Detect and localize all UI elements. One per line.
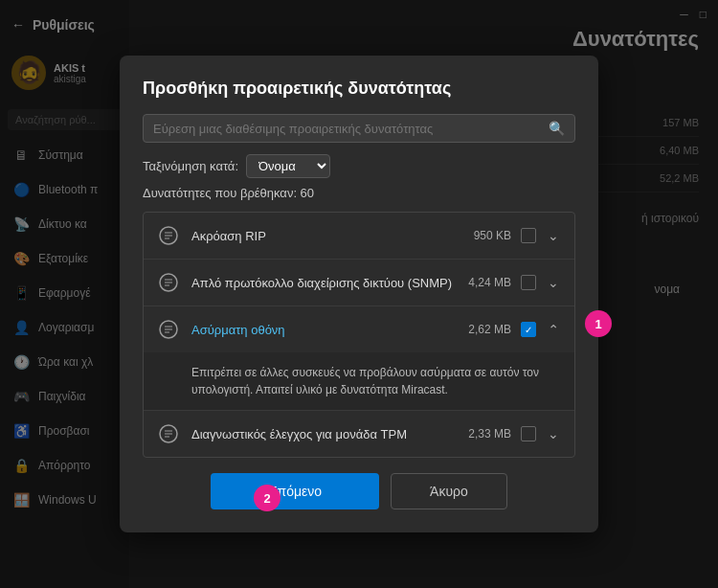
modal-search-input[interactable]	[153, 122, 549, 136]
expand-button-wireless[interactable]: ⌄	[544, 320, 563, 339]
feature-item-rip: Ακρόαση RIP 950 KB ⌄	[144, 213, 574, 260]
expand-button-snmp[interactable]: ⌄	[544, 273, 563, 292]
feature-name-wireless: Ασύρματη οθόνη	[191, 323, 468, 337]
search-icon: 🔍	[549, 121, 565, 136]
feature-checkbox-wireless[interactable]	[521, 322, 536, 337]
features-list: Ακρόαση RIP 950 KB ⌄ Απλό πρωτόκολλο δια…	[143, 212, 575, 458]
feature-item-wireless: Ασύρματη οθόνη 2,62 MB ⌄ Επιτρέπει σε άλ…	[144, 306, 574, 411]
feature-icon-snmp	[155, 269, 182, 296]
modal-title: Προσθήκη προαιρετικής δυνατότητας	[143, 79, 575, 99]
feature-name-snmp: Απλό πρωτόκολλο διαχείρισης δικτύου (SNM…	[191, 276, 468, 290]
sort-label: Ταξινόμηση κατά:	[143, 159, 238, 173]
badge-2: 2	[254, 485, 280, 511]
feature-row-wireless: Ασύρματη οθόνη 2,62 MB ⌄	[144, 306, 574, 352]
feature-row-tpm: Διαγνωστικός έλεγχος για μονάδα TPM 2,33…	[144, 411, 574, 457]
modal-overlay: Προσθήκη προαιρετικής δυνατότητας 🔍 Ταξι…	[0, 0, 718, 588]
feature-checkbox-snmp[interactable]	[521, 275, 536, 290]
feature-name-tpm: Διαγνωστικός έλεγχος για μονάδα TPM	[191, 427, 468, 441]
next-button[interactable]: Επόμενο	[211, 473, 379, 509]
feature-size-rip: 950 KB	[474, 229, 511, 242]
modal-footer: Επόμενο Άκυρο	[143, 473, 575, 509]
feature-row-rip: Ακρόαση RIP 950 KB ⌄	[144, 213, 574, 259]
feature-size-snmp: 4,24 MB	[468, 276, 511, 289]
sort-row: Ταξινόμηση κατά: Όνομα Μέγεθος	[143, 154, 575, 178]
expand-button-rip[interactable]: ⌄	[544, 226, 563, 245]
feature-size-wireless: 2,62 MB	[468, 323, 511, 336]
cancel-button[interactable]: Άκυρο	[391, 473, 507, 509]
found-count: Δυνατότητες που βρέθηκαν: 60	[143, 186, 575, 200]
feature-icon-tpm	[155, 420, 182, 447]
sort-select[interactable]: Όνομα Μέγεθος	[246, 154, 330, 178]
feature-icon-wireless	[155, 316, 182, 343]
feature-row-snmp: Απλό πρωτόκολλο διαχείρισης δικτύου (SNM…	[144, 260, 574, 305]
feature-checkbox-tpm[interactable]	[521, 426, 536, 441]
feature-item-tpm: Διαγνωστικός έλεγχος για μονάδα TPM 2,33…	[144, 411, 574, 457]
feature-icon-rip	[155, 222, 182, 249]
feature-name-rip: Ακρόαση RIP	[191, 229, 474, 243]
modal-search-box[interactable]: 🔍	[143, 114, 575, 143]
badge-1: 1	[585, 310, 612, 337]
expand-button-tpm[interactable]: ⌄	[544, 424, 563, 443]
feature-item-snmp: Απλό πρωτόκολλο διαχείρισης δικτύου (SNM…	[144, 260, 574, 306]
feature-checkbox-rip[interactable]	[521, 228, 536, 243]
feature-size-tpm: 2,33 MB	[468, 427, 511, 441]
modal-dialog: Προσθήκη προαιρετικής δυνατότητας 🔍 Ταξι…	[120, 56, 598, 532]
feature-detail-wireless: Επιτρέπει σε άλλες συσκευές να προβάλουν…	[144, 352, 574, 410]
